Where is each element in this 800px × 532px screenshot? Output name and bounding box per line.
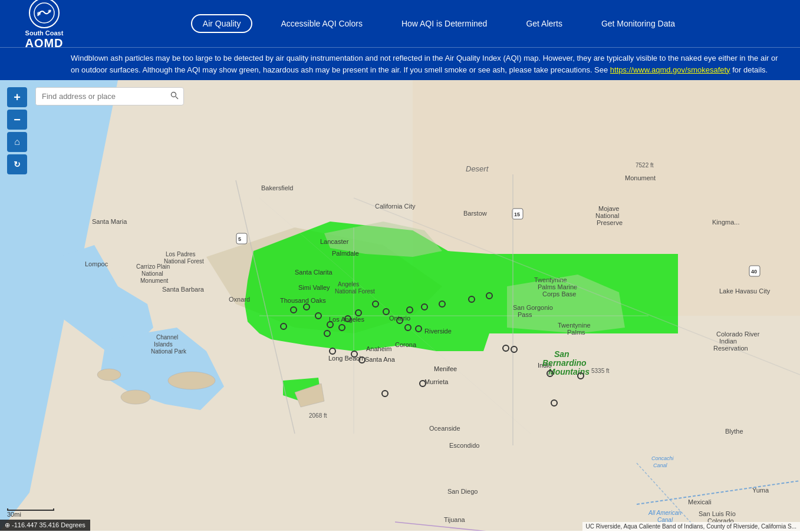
- map-controls: + − ⌂ ↻: [7, 87, 27, 174]
- map-container[interactable]: Bakersfield California City Barstow Lanc…: [0, 80, 800, 531]
- svg-text:Santa Clarita: Santa Clarita: [295, 269, 332, 276]
- svg-text:Oxnard: Oxnard: [229, 296, 250, 303]
- svg-point-2: [48, 9, 51, 12]
- svg-text:Corona: Corona: [395, 341, 417, 348]
- svg-text:Islands: Islands: [154, 341, 173, 348]
- zoom-in-button[interactable]: +: [7, 87, 27, 107]
- svg-text:Santa Ana: Santa Ana: [365, 356, 396, 363]
- zoom-out-button[interactable]: −: [7, 110, 27, 130]
- svg-text:Twentynine: Twentynine: [558, 322, 591, 329]
- svg-text:Lompoc: Lompoc: [85, 260, 108, 267]
- svg-point-84: [121, 390, 150, 404]
- svg-text:Mojave: Mojave: [598, 205, 619, 212]
- svg-text:Colorado River: Colorado River: [716, 331, 760, 338]
- svg-text:Bakersfield: Bakersfield: [261, 184, 293, 191]
- svg-text:Oceanside: Oceanside: [429, 425, 460, 432]
- svg-text:Channel: Channel: [156, 334, 178, 341]
- svg-text:Lancaster: Lancaster: [320, 238, 349, 245]
- svg-text:Barstow: Barstow: [463, 210, 487, 217]
- nav-item-get-alerts[interactable]: Get Alerts: [515, 15, 572, 32]
- svg-text:Angeles: Angeles: [338, 281, 359, 288]
- svg-text:Carrizo Plain: Carrizo Plain: [136, 263, 170, 270]
- svg-text:Santa Maria: Santa Maria: [92, 218, 127, 225]
- svg-text:40: 40: [751, 269, 757, 275]
- svg-text:Canal: Canal: [653, 462, 668, 468]
- svg-text:7522 ft: 7522 ft: [636, 162, 654, 168]
- svg-text:Pass: Pass: [518, 311, 532, 318]
- svg-text:Mexicali: Mexicali: [688, 498, 712, 505]
- svg-text:Kingma...: Kingma...: [712, 219, 739, 226]
- svg-text:Long Beach: Long Beach: [328, 355, 363, 362]
- svg-text:Murrieta: Murrieta: [424, 378, 449, 385]
- coordinates-bar: ⊕ -116.447 35.416 Degrees: [0, 520, 90, 531]
- alert-banner: Windblown ash particles may be too large…: [0, 47, 800, 80]
- map-attribution: UC Riverside, Aqua Caliente Band of Indi…: [582, 522, 800, 531]
- svg-text:National: National: [595, 212, 619, 219]
- scale-label: 30mi: [7, 511, 21, 518]
- svg-text:Anaheim: Anaheim: [366, 345, 391, 352]
- main-nav: Air QualityAccessible AQI ColorsHow AQI …: [88, 14, 788, 33]
- svg-text:Monument: Monument: [140, 277, 168, 284]
- svg-point-85: [97, 369, 121, 381]
- svg-text:Monument: Monument: [625, 174, 656, 181]
- svg-text:Simi Valley: Simi Valley: [298, 284, 330, 291]
- svg-text:Riverside: Riverside: [424, 328, 452, 335]
- svg-text:Reservation: Reservation: [713, 345, 748, 352]
- search-input[interactable]: [36, 88, 166, 105]
- svg-text:Twentynine: Twentynine: [534, 276, 567, 283]
- svg-text:Palmdale: Palmdale: [332, 250, 359, 257]
- svg-text:Concachi: Concachi: [651, 455, 674, 461]
- search-bar: [35, 87, 184, 105]
- svg-text:National: National: [141, 270, 163, 277]
- scale-bar: 30mi: [7, 508, 54, 518]
- svg-text:Palms: Palms: [567, 329, 585, 336]
- nav-item-how-aqi-is-determined[interactable]: How AQI is Determined: [391, 15, 498, 32]
- svg-text:Santa Barbara: Santa Barbara: [162, 286, 205, 293]
- refresh-button[interactable]: ↻: [7, 154, 27, 174]
- svg-text:San: San: [554, 349, 569, 359]
- nav-item-air-quality[interactable]: Air Quality: [191, 14, 253, 33]
- home-button[interactable]: ⌂: [7, 132, 27, 152]
- svg-text:National Park: National Park: [151, 348, 187, 355]
- svg-text:National Forest: National Forest: [335, 288, 375, 295]
- svg-text:Tijuana: Tijuana: [444, 516, 466, 523]
- svg-text:Thousand Oaks: Thousand Oaks: [280, 297, 326, 304]
- svg-point-83: [168, 372, 215, 389]
- alert-link[interactable]: https://www.aqmd.gov/smokesafety: [610, 65, 730, 74]
- nav-item-get-monitoring-data[interactable]: Get Monitoring Data: [591, 15, 686, 32]
- svg-text:Menifee: Menifee: [434, 365, 457, 372]
- svg-text:5: 5: [238, 236, 241, 242]
- svg-text:Escondido: Escondido: [449, 442, 479, 449]
- search-button[interactable]: [166, 88, 183, 105]
- svg-text:Preserve: Preserve: [597, 219, 623, 226]
- svg-text:2068 ft: 2068 ft: [309, 412, 327, 419]
- svg-text:Desert: Desert: [466, 164, 489, 173]
- svg-text:15: 15: [514, 212, 520, 217]
- logo-area[interactable]: South Coast AQMD: [12, 0, 77, 50]
- svg-point-1: [37, 12, 41, 15]
- logo-icon: [29, 0, 60, 28]
- svg-text:Blythe: Blythe: [725, 428, 743, 435]
- svg-text:Corps Base: Corps Base: [542, 290, 576, 298]
- header: South Coast AQMD Air QualityAccessible A…: [0, 0, 800, 47]
- map-background: Bakersfield California City Barstow Lanc…: [0, 80, 800, 531]
- coordinates-icon: ⊕: [5, 521, 12, 528]
- alert-text-after: for details.: [732, 65, 768, 74]
- svg-text:All American: All American: [648, 510, 682, 516]
- svg-point-115: [172, 92, 176, 97]
- svg-text:San Gorgonio: San Gorgonio: [513, 304, 553, 311]
- nav-item-accessible-aqi-colors[interactable]: Accessible AQI Colors: [270, 15, 373, 32]
- svg-text:Lake Havasu City: Lake Havasu City: [719, 288, 771, 295]
- coordinates-value: -116.447 35.416 Degrees: [12, 521, 85, 528]
- svg-text:San Diego: San Diego: [447, 488, 478, 495]
- svg-text:5335 ft: 5335 ft: [591, 368, 610, 374]
- svg-text:Los Padres: Los Padres: [166, 251, 196, 257]
- svg-text:Bernardino: Bernardino: [542, 358, 587, 368]
- svg-line-116: [176, 97, 178, 99]
- svg-text:San Luis Río: San Luis Río: [699, 510, 736, 517]
- logo-subtitle: South Coast: [25, 29, 64, 37]
